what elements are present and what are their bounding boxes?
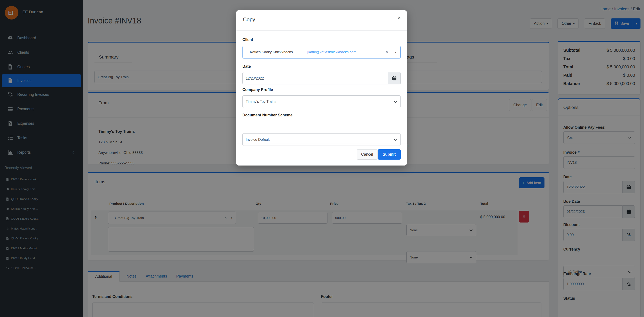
chevron-down-icon [394, 138, 397, 140]
copy-modal: Copy × Client Katie's Kooky Knickknacks … [236, 10, 407, 166]
modal-date-input[interactable] [242, 72, 388, 84]
client-email: [katie@katiesknickknacks.com] [307, 50, 358, 54]
modal-date-label: Date [242, 64, 251, 69]
submit-button[interactable]: Submit [378, 149, 401, 160]
doc-scheme-select[interactable]: Invoice Default [242, 133, 401, 146]
modal-date-group [242, 72, 401, 84]
chevron-down-icon [394, 100, 397, 102]
client-select[interactable]: Katie's Kooky Knickknacks [katie@katiesk… [242, 46, 401, 58]
cancel-button[interactable]: Cancel [357, 149, 378, 160]
close-icon[interactable]: × [398, 15, 401, 21]
company-profile-select[interactable]: Timmy's Toy Trains [242, 95, 401, 108]
company-profile-label: Company Profile [242, 88, 273, 92]
modal-title: Copy [243, 16, 255, 22]
caret-down-icon: ▾ [395, 51, 396, 54]
doc-scheme-label: Document Number Scheme [242, 113, 293, 118]
client-label: Client [242, 38, 253, 42]
clear-icon[interactable]: × [386, 50, 388, 54]
calendar-icon[interactable] [388, 72, 401, 84]
client-name: Katie's Kooky Knickknacks [250, 50, 293, 54]
